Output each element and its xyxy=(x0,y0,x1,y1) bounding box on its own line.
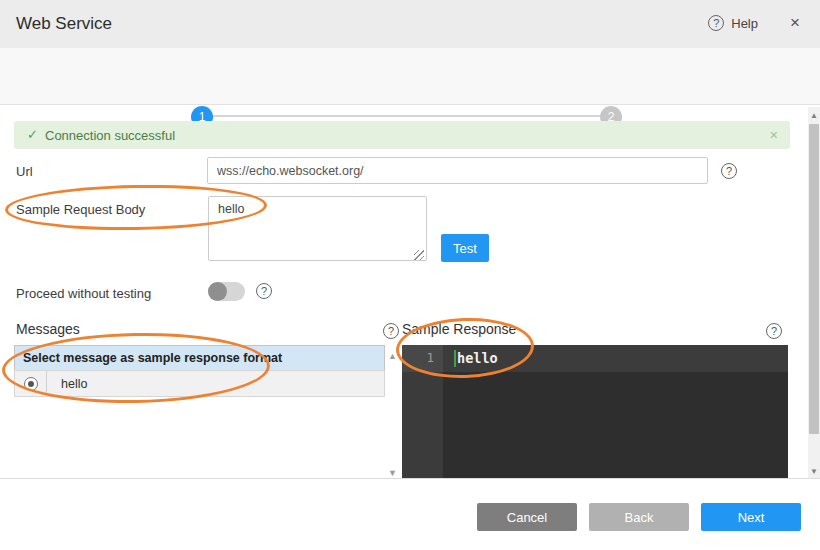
toggle-knob xyxy=(208,282,227,301)
table-row[interactable]: hello xyxy=(14,370,385,397)
proceed-help-icon[interactable]: ? xyxy=(256,283,272,299)
radio-dot xyxy=(28,381,34,387)
url-help-icon[interactable]: ? xyxy=(721,163,737,179)
scrollbar-up-icon[interactable]: ▲ xyxy=(808,111,820,120)
cancel-button[interactable]: Cancel xyxy=(477,503,577,531)
messages-table: Select message as sample response format… xyxy=(14,345,385,397)
help-label: Help xyxy=(731,16,758,31)
page-title: Web Service xyxy=(16,14,112,34)
messages-heading: Messages xyxy=(16,321,80,337)
messages-help-icon[interactable]: ? xyxy=(383,323,399,339)
radio-cell xyxy=(15,371,47,396)
messages-table-header: Select message as sample response format xyxy=(14,345,385,370)
sample-response-editor[interactable]: 1 hello xyxy=(402,345,788,478)
success-banner-text: Connection successful xyxy=(45,128,175,143)
back-button[interactable]: Back xyxy=(589,503,689,531)
dialog-scrollbar[interactable]: ▲ ▼ xyxy=(808,107,820,479)
footer-divider xyxy=(0,478,820,479)
web-service-dialog: Web Service ? Help × 1 Test Connection 2… xyxy=(0,0,820,550)
help-icon: ? xyxy=(708,15,724,31)
textarea-resize-grip[interactable] xyxy=(414,250,424,260)
message-row-label: hello xyxy=(47,377,87,391)
test-button[interactable]: Test xyxy=(441,234,489,262)
sample-request-body-textarea[interactable]: hello xyxy=(208,196,427,261)
wizard-stepper: 1 Test Connection 2 Configure WebSocket xyxy=(0,48,820,105)
scrollbar-thumb[interactable] xyxy=(809,124,819,434)
proceed-without-testing-label: Proceed without testing xyxy=(16,286,151,301)
url-input[interactable] xyxy=(207,157,708,184)
sample-response-help-icon[interactable]: ? xyxy=(766,323,782,339)
url-label: Url xyxy=(16,164,33,179)
editor-caret xyxy=(454,350,456,367)
sample-response-heading: Sample Response xyxy=(402,321,516,337)
editor-line-number: 1 xyxy=(402,350,434,365)
success-banner: ✓ Connection successful × xyxy=(14,121,790,149)
messages-scroll-down-icon[interactable]: ▼ xyxy=(388,468,397,478)
sample-request-body-label: Sample Request Body xyxy=(16,202,145,217)
scrollbar-down-icon[interactable]: ▼ xyxy=(808,467,820,476)
check-icon: ✓ xyxy=(27,127,38,142)
next-button[interactable]: Next xyxy=(701,503,801,531)
message-radio-selected[interactable] xyxy=(24,377,38,391)
banner-dismiss-icon[interactable]: × xyxy=(770,127,778,143)
title-bar: Web Service ? Help × xyxy=(0,0,820,48)
messages-scroll-up-icon[interactable]: ▲ xyxy=(388,351,397,361)
stepper-connector xyxy=(213,115,601,117)
help-button[interactable]: ? Help xyxy=(708,15,758,31)
close-icon[interactable]: × xyxy=(790,14,800,32)
proceed-toggle-switch[interactable] xyxy=(208,282,245,301)
editor-code-line: hello xyxy=(457,350,498,366)
